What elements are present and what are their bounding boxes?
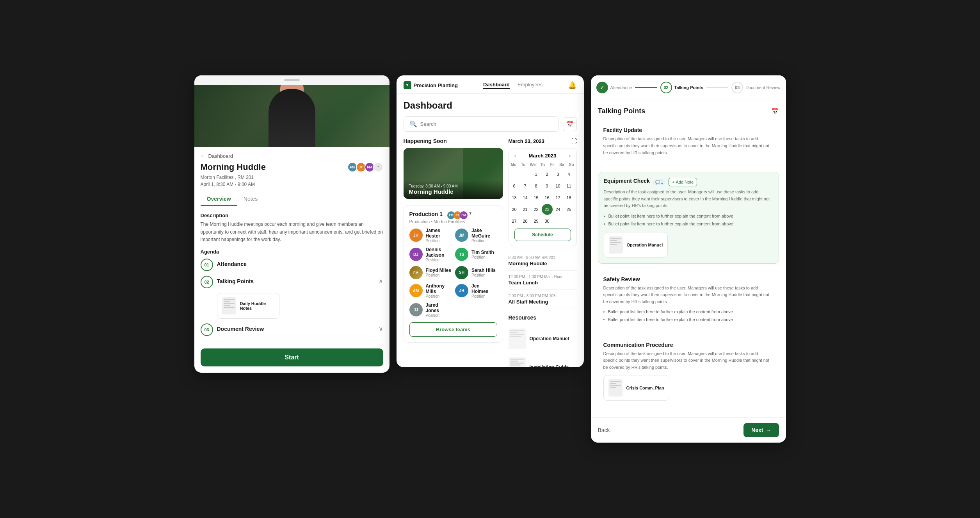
start-button[interactable]: Start: [201, 348, 383, 366]
mini-calendar: ‹ March 2023 › Mo Tu We Th Fr Sa Su: [509, 148, 577, 246]
cal-next-btn[interactable]: ›: [569, 152, 571, 159]
talking-points-title: Talking Points 📅: [598, 107, 779, 115]
tp-comm-desc: Description of the task assigned to the …: [603, 350, 774, 371]
team-header: Production 1 FM JT FM 7 Production • Mor…: [409, 211, 497, 224]
step-label-1: Attendance: [610, 85, 632, 90]
cal-day-23[interactable]: 23: [542, 204, 553, 215]
next-button[interactable]: Next →: [743, 423, 779, 437]
nav-dashboard[interactable]: Dashboard: [483, 82, 510, 89]
tp-facility-title: Facility Update: [603, 127, 774, 133]
cal-day-9[interactable]: 9: [542, 180, 553, 191]
team-section: Production 1 FM JT FM 7 Production • Mor…: [404, 205, 503, 343]
resource-item-2[interactable]: Installation Guide: [509, 353, 577, 367]
cal-day-25[interactable]: 25: [564, 204, 574, 215]
tp-equipment-bullet-1: Bullet point list item here to further e…: [604, 213, 773, 220]
agenda-title-3: Document Review: [217, 323, 264, 332]
step-connector-1: [635, 87, 657, 88]
cal-day-15[interactable]: 15: [531, 192, 542, 203]
cal-day-27[interactable]: 27: [509, 216, 520, 227]
back-button[interactable]: Back: [598, 427, 610, 433]
cal-day-22[interactable]: 22: [531, 204, 542, 215]
search-bar[interactable]: 🔍: [404, 116, 559, 132]
cal-day-headers: Mo Tu We Th Fr Sa Su: [509, 161, 576, 168]
cal-day-21[interactable]: 21: [520, 204, 531, 215]
member-info-am: Anthony Mills Position: [426, 283, 452, 298]
tp-safety-desc: Description of the task assigned to the …: [603, 285, 774, 305]
add-note-button[interactable]: + Add Note: [669, 178, 697, 186]
step-circle-2: 02: [660, 82, 672, 93]
event-item-3: 2:00 PM - 3:00 PM RM 103 All Staff Meeti…: [509, 290, 577, 309]
calendar-toggle-button[interactable]: 📅: [563, 117, 577, 131]
brand-name: Precision Planting: [414, 82, 458, 88]
cal-day-8[interactable]: 8: [531, 180, 542, 191]
cal-day-2[interactable]: 2: [542, 169, 553, 180]
daily-huddle-notes-card[interactable]: Daily Huddle Notes: [217, 293, 279, 319]
cal-day-10[interactable]: 10: [553, 180, 564, 191]
arrow-icon: →: [766, 427, 771, 433]
cal-day-5[interactable]: 5: [574, 169, 577, 180]
member-avatar-jh2: JH: [455, 284, 468, 297]
plus-icon: +: [672, 180, 674, 184]
cal-day-6[interactable]: 6: [509, 180, 520, 191]
cal-prev-btn[interactable]: ‹: [514, 152, 516, 159]
cal-day-28[interactable]: 28: [520, 216, 531, 227]
step-label-2: Talking Points: [674, 85, 703, 90]
agenda-item-3[interactable]: 03 Document Review ∨: [201, 323, 383, 336]
search-input[interactable]: [420, 121, 553, 127]
agenda-title-1: Attendance: [217, 259, 247, 267]
cal-day-12[interactable]: 12: [574, 180, 577, 191]
tp-doc-name-equipment: Operation Manuel: [627, 243, 663, 247]
tp-doc-card-comm[interactable]: Crisis Comm. Plan: [603, 375, 669, 401]
tp-doc-card-equipment[interactable]: Operation Manuel: [604, 232, 668, 258]
tp-comm-title: Communication Procedure: [603, 342, 774, 348]
member-info-jh1: James Hester Position: [426, 228, 452, 243]
agenda-item-1[interactable]: 01 Attendance: [201, 259, 383, 271]
schedule-button[interactable]: Schedule: [514, 229, 571, 241]
calendar-header: March 23, 2023 ⛶: [509, 138, 577, 144]
cal-day-29[interactable]: 29: [531, 216, 542, 227]
cal-day-13[interactable]: 13: [509, 192, 520, 203]
cal-day-14[interactable]: 14: [520, 192, 531, 203]
cal-day-1[interactable]: 1: [531, 169, 542, 180]
cal-day-18[interactable]: 18: [564, 192, 574, 203]
dashboard-left: Happening Soon Tuesday, 8:30 AM - 9:00 A…: [404, 138, 503, 367]
tab-notes[interactable]: Notes: [237, 193, 264, 206]
member-avatar-am: AM: [409, 284, 423, 297]
cal-day-17[interactable]: 17: [553, 192, 564, 203]
bell-icon[interactable]: 🔔: [568, 81, 576, 89]
team-sub: Production • Morton Facilities: [409, 219, 472, 224]
cal-day-3[interactable]: 3: [553, 169, 564, 180]
panel-dashboard: ▼ Precision Planting Dashboard Employees…: [397, 75, 584, 367]
agenda-chevron-2[interactable]: ∧: [379, 276, 383, 285]
tab-overview[interactable]: Overview: [201, 193, 237, 206]
agenda-chevron-3[interactable]: ∨: [379, 323, 383, 332]
cal-day-4[interactable]: 4: [564, 169, 574, 180]
happening-soon-card[interactable]: Tuesday, 8:30 AM - 9:00 AM Morning Huddl…: [404, 148, 503, 199]
back-nav[interactable]: ← Dashboard: [194, 147, 390, 162]
resources-section: Resources Operation Manuel: [509, 314, 577, 367]
agenda-item-2[interactable]: 02 Talking Points ∧: [201, 276, 383, 288]
browse-teams-button[interactable]: Browse teams: [409, 322, 497, 337]
resource-item-1[interactable]: Operation Manuel: [509, 325, 577, 353]
cal-day-26[interactable]: 26: [574, 204, 577, 215]
member-row: JH Jen Holmes Position: [455, 283, 497, 298]
scroll-bar: [194, 75, 390, 85]
calendar-icon-tp[interactable]: 📅: [771, 107, 779, 115]
cal-day-7[interactable]: 7: [520, 180, 531, 191]
cal-day-24[interactable]: 24: [553, 204, 564, 215]
tp-section-equipment: Equipment Check 💬 1 + Add Note Descripti…: [598, 172, 779, 263]
cal-day-20[interactable]: 20: [509, 204, 520, 215]
cal-day-19[interactable]: 19: [574, 192, 577, 203]
calendar-expand-icon[interactable]: ⛶: [571, 138, 577, 144]
cal-day-16[interactable]: 16: [542, 192, 553, 203]
member-row: JM Jake McGuire Position: [455, 228, 497, 243]
tab-bar: Overview Notes: [201, 193, 383, 206]
cal-day-11[interactable]: 11: [564, 180, 574, 191]
tp-equipment-bullet-2: Bullet point list item here to further e…: [604, 220, 773, 228]
tp-section-communication: Communication Procedure Description of t…: [598, 336, 779, 406]
nav-links: Dashboard Employees: [483, 82, 542, 89]
cal-day-30[interactable]: 30: [542, 216, 553, 227]
step-label-3: Document Review: [745, 85, 780, 90]
nav-employees[interactable]: Employees: [518, 82, 542, 89]
member-row: AM Anthony Mills Position: [409, 283, 452, 298]
